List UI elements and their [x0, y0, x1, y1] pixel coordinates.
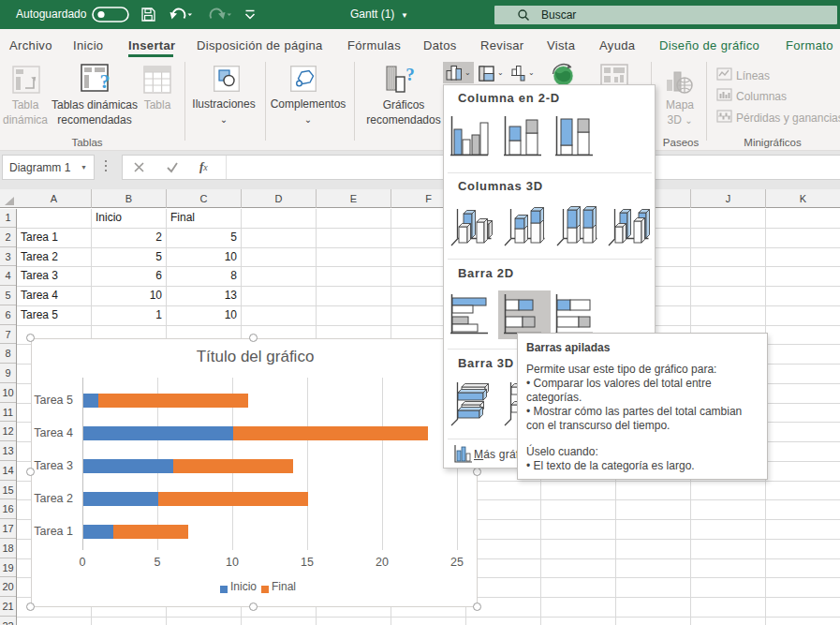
svg-text:?: ?: [405, 66, 415, 84]
svg-text:?: ?: [100, 69, 111, 93]
